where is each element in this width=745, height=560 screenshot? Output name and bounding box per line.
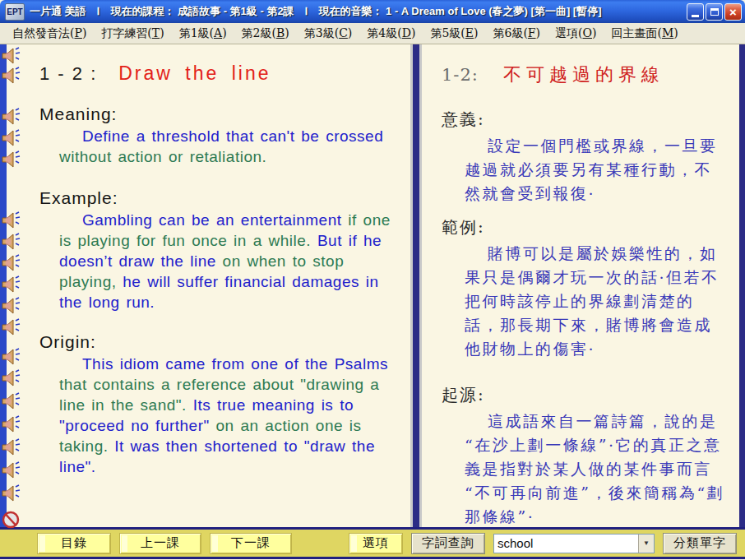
prev-lesson-button[interactable]: 上一課 <box>119 533 201 554</box>
example-header-chinese: 範例: <box>442 216 728 238</box>
dropdown-arrow-icon[interactable]: ▼ <box>638 535 654 553</box>
next-lesson-button[interactable]: 下一課 <box>210 533 292 554</box>
window-bottom-border <box>0 557 745 559</box>
menu-item-O[interactable]: 選項(O) <box>548 25 604 43</box>
chinese-title-row: 1-2:不可越過的界線 <box>442 62 728 87</box>
speaker-icon[interactable] <box>1 414 22 434</box>
catalog-button[interactable]: 目錄 <box>37 533 111 554</box>
meaning-header: Meaning: <box>39 104 392 124</box>
example-text: Gambling can be an entertainment if one … <box>59 210 392 312</box>
chinese-panel: 1-2:不可越過的界線 意義: 設定一個門檻或界線，一旦要越過就必須要另有某種行… <box>422 44 739 527</box>
example-text-chinese: 賭博可以是屬於娛樂性的，如果只是偶爾才玩一次的話·但若不把何時該停止的界線劃清楚… <box>465 242 728 361</box>
close-icon: × <box>729 6 737 18</box>
app-icon: EPT <box>5 3 25 21</box>
speaker-icon[interactable] <box>1 253 22 273</box>
meaning-text-chinese: 設定一個門檻或界線，一旦要越過就必須要另有某種行動，不然就會受到報復· <box>465 134 728 206</box>
lesson-number-chinese: 1-2: <box>442 65 479 85</box>
content-area: 1 - 2 :Draw the line Meaning: Define a t… <box>0 44 745 527</box>
speaker-icon[interactable] <box>1 275 22 294</box>
speaker-icon[interactable] <box>1 46 22 66</box>
lesson-title-chinese: 不可越過的界線 <box>503 64 664 85</box>
menu-item-F[interactable]: 第6級(F) <box>485 25 548 43</box>
text-segment-blue: This idiom came from one of the Psalms <box>82 355 388 373</box>
bottom-toolbar: 目錄 上一課 下一課 選項 字詞查詢 ▼ 分類單字 <box>0 527 745 557</box>
example-section-chinese: 範例: 賭博可以是屬於娛樂性的，如果只是偶爾才玩一次的話·但若不把何時該停止的界… <box>442 216 728 361</box>
meaning-text: Define a threshold that can't be crossed… <box>59 126 392 167</box>
meaning-section-chinese: 意義: 設定一個門檻或界線，一旦要越過就必須要另有某種行動，不然就會受到報復· <box>442 109 728 206</box>
menu-item-M[interactable]: 回主畫面(M) <box>604 25 685 43</box>
text-segment-green: without action or retaliation. <box>59 148 266 165</box>
word-search-input[interactable] <box>494 535 638 553</box>
word-lookup-button[interactable]: 字詞查詢 <box>411 533 485 554</box>
origin-section: Origin: This idiom came from one of the … <box>39 332 392 477</box>
titlebar[interactable]: EPT 一片通 美語 Ⅰ 現在的課程： 成語故事 - 第1級 - 第2課 Ⅰ 現… <box>0 0 745 23</box>
word-search-combobox: ▼ <box>493 534 655 553</box>
speaker-icon[interactable] <box>1 437 22 457</box>
origin-section-chinese: 起源: 這成語來自一篇詩篇，說的是“在沙上劃一條線”·它的真正之意義是指對於某人… <box>442 384 728 527</box>
menu-bar: 自然發音法(P)打字練習(T)第1級(A)第2級(B)第3級(C)第4級(D)第… <box>0 23 745 44</box>
minimize-button[interactable] <box>687 3 704 21</box>
speaker-icon[interactable] <box>1 66 22 86</box>
speaker-icon[interactable] <box>1 296 22 316</box>
menu-item-C[interactable]: 第3級(C) <box>297 25 360 43</box>
menu-item-T[interactable]: 打字練習(T) <box>94 25 171 43</box>
text-segment-blue: Gambling can be an entertainment <box>82 211 342 229</box>
window-title: 一片通 美語 Ⅰ 現在的課程： 成語故事 - 第1級 - 第2課 Ⅰ 現在的音樂… <box>30 4 687 19</box>
audio-icon-column <box>1 44 25 527</box>
menu-item-E[interactable]: 第5級(E) <box>423 25 485 43</box>
menu-item-D[interactable]: 第4級(D) <box>359 25 423 43</box>
menu-item-P[interactable]: 自然發音法(P) <box>5 25 94 43</box>
speaker-icon[interactable] <box>1 107 22 127</box>
speaker-icon[interactable] <box>1 368 22 388</box>
window-controls: × <box>687 3 742 21</box>
text-segment-blue: Define a threshold that can't be crossed <box>82 127 383 145</box>
example-header: Example: <box>39 188 392 208</box>
minimize-icon <box>692 15 699 17</box>
meaning-section: Meaning: Define a threshold that can't b… <box>39 104 392 167</box>
app-window: EPT 一片通 美語 Ⅰ 現在的課程： 成語故事 - 第1級 - 第2課 Ⅰ 現… <box>0 0 745 560</box>
menu-item-A[interactable]: 第1級(A) <box>172 25 234 43</box>
speaker-icon[interactable] <box>1 211 22 230</box>
classified-words-button[interactable]: 分類單字 <box>663 533 737 554</box>
speaker-icon[interactable] <box>1 484 22 503</box>
panel-divider <box>410 44 422 527</box>
origin-header: Origin: <box>39 332 392 352</box>
meaning-header-chinese: 意義: <box>442 109 728 131</box>
speaker-icon[interactable] <box>1 232 22 252</box>
stop-icon[interactable] <box>1 510 22 530</box>
options-button[interactable]: 選項 <box>349 533 403 554</box>
maximize-button[interactable] <box>706 3 723 21</box>
close-button[interactable]: × <box>724 3 742 21</box>
maximize-icon <box>710 8 719 16</box>
speaker-icon[interactable] <box>1 460 22 480</box>
window-right-border <box>739 44 745 527</box>
menu-item-B[interactable]: 第2級(B) <box>234 25 297 43</box>
lesson-title-english: Draw the line <box>118 62 271 84</box>
english-panel: 1 - 2 :Draw the line Meaning: Define a t… <box>7 44 410 527</box>
origin-text: This idiom came from one of the Psalms t… <box>59 354 392 477</box>
origin-text-chinese: 這成語來自一篇詩篇，說的是“在沙上劃一條線”·它的真正之意義是指對於某人做的某件… <box>465 410 728 527</box>
english-title-row: 1 - 2 :Draw the line <box>39 62 392 85</box>
speaker-icon[interactable] <box>1 150 22 169</box>
origin-header-chinese: 起源: <box>442 384 728 406</box>
lesson-number: 1 - 2 : <box>39 63 97 84</box>
speaker-icon[interactable] <box>1 347 22 367</box>
speaker-icon[interactable] <box>1 391 22 411</box>
speaker-icon[interactable] <box>1 317 22 337</box>
example-section: Example: Gambling can be an entertainmen… <box>39 188 392 312</box>
speaker-icon[interactable] <box>1 128 22 148</box>
